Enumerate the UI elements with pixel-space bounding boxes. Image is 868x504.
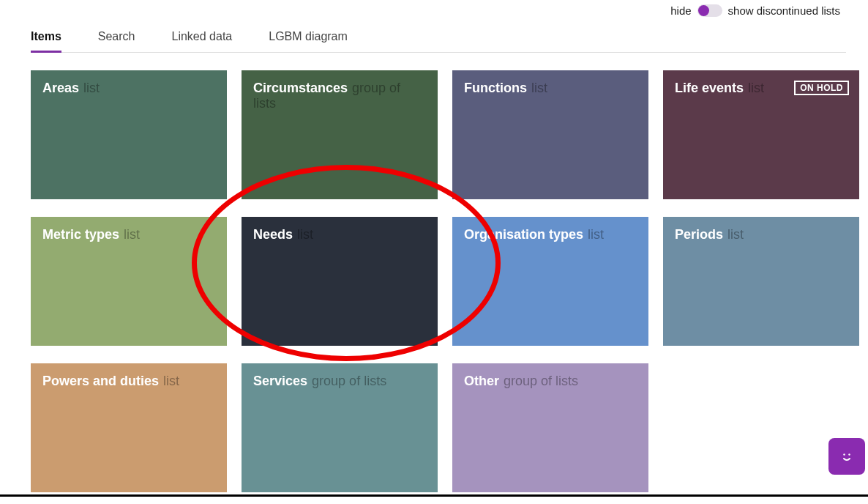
card-title: Other [464, 374, 499, 388]
card-type-label: list [297, 227, 313, 242]
card-type-label: group of lists [504, 374, 578, 388]
card-title: Life events [675, 81, 744, 95]
help-fab[interactable] [828, 438, 865, 475]
card-title: Services [253, 374, 307, 388]
card-type-label: list [531, 81, 547, 95]
tab-search[interactable]: Search [98, 26, 135, 52]
tab-items[interactable]: Items [31, 26, 61, 53]
card-periods[interactable]: Periodslist [663, 217, 859, 346]
card-other[interactable]: Othergroup of lists [452, 363, 648, 492]
card-metric-types[interactable]: Metric typeslist [31, 217, 227, 346]
card-title: Functions [464, 81, 527, 95]
card-title: Organisation types [464, 227, 583, 242]
tab-linked-data[interactable]: Linked data [172, 26, 233, 52]
card-organisation-types[interactable]: Organisation typeslist [452, 217, 648, 346]
svg-point-1 [848, 453, 850, 455]
toggle-knob [698, 5, 709, 16]
card-title: Needs [253, 227, 293, 242]
card-grid: AreaslistCircumstancesgroup of listsFunc… [31, 70, 846, 492]
card-type-label: list [748, 81, 764, 95]
card-title: Periods [675, 227, 723, 242]
smiley-icon [838, 448, 856, 465]
card-type-label: list [124, 227, 140, 242]
discontinued-toggle[interactable] [697, 4, 722, 17]
card-title: Circumstances [253, 81, 348, 95]
svg-point-0 [843, 453, 845, 455]
card-services[interactable]: Servicesgroup of lists [242, 363, 438, 492]
card-circumstances[interactable]: Circumstancesgroup of lists [242, 70, 438, 199]
card-title: Areas [42, 81, 79, 95]
card-life-events[interactable]: Life eventslistON HOLD [663, 70, 859, 199]
discontinued-toggle-row: hide show discontinued lists [31, 0, 846, 21]
card-type-label: list [588, 227, 604, 242]
tabs: ItemsSearchLinked dataLGBM diagram [31, 26, 846, 53]
toggle-hide-label: hide [670, 4, 691, 17]
card-type-label: list [83, 81, 100, 95]
toggle-show-label: show discontinued lists [728, 4, 840, 17]
card-type-label: group of lists [312, 374, 386, 388]
bottom-border [0, 494, 868, 497]
card-type-label: list [727, 227, 744, 242]
card-title: Metric types [42, 227, 119, 242]
card-type-label: list [163, 374, 179, 388]
card-functions[interactable]: Functionslist [452, 70, 648, 199]
card-needs[interactable]: Needslist [242, 217, 438, 346]
card-badge: ON HOLD [794, 81, 849, 95]
card-title: Powers and duties [42, 374, 159, 388]
card-areas[interactable]: Areaslist [31, 70, 227, 199]
card-powers-and-duties[interactable]: Powers and dutieslist [31, 363, 227, 492]
tab-lgbm-diagram[interactable]: LGBM diagram [269, 26, 348, 52]
